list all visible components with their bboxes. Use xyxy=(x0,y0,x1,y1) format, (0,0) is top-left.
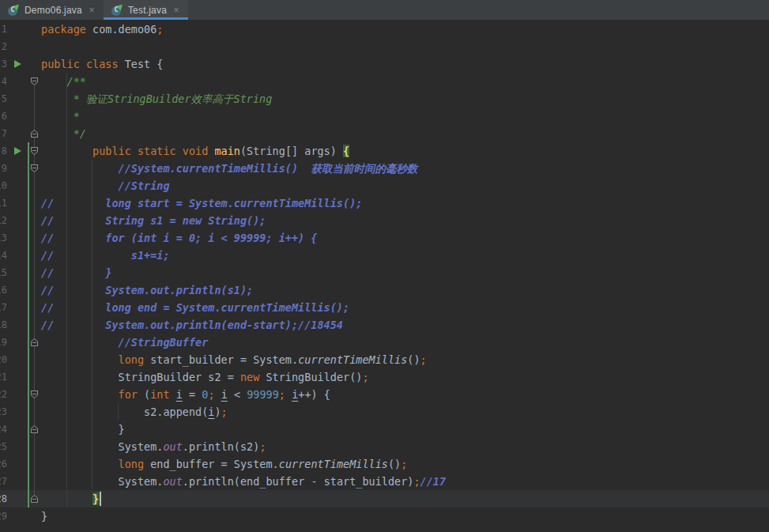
code-segment xyxy=(41,388,119,401)
gutter-line-number: 8 xyxy=(0,142,7,160)
gutter-line-number: 27 xyxy=(0,473,7,490)
code-segment: s2.append( xyxy=(41,406,208,418)
code-line[interactable]: 12// String s1 = new String(); xyxy=(0,212,769,229)
code-line[interactable]: 2 xyxy=(0,38,769,55)
code-line[interactable]: 19 //StringBuffer xyxy=(0,334,769,351)
code-segment: ; xyxy=(221,406,228,418)
code-line[interactable]: 25 System.out.println(s2); xyxy=(0,438,769,455)
gutter-line-number: 4 xyxy=(0,73,7,90)
code-segment: ) xyxy=(214,406,221,418)
code-segment: main xyxy=(214,145,240,157)
code-line[interactable]: 20 long start_builder = System.currentTi… xyxy=(0,351,769,368)
code-segment: .println(s2) xyxy=(183,440,260,453)
code-line[interactable]: 21 StringBuilder s2 = new StringBuilder(… xyxy=(0,368,769,386)
code-line[interactable]: 6 * xyxy=(0,108,769,125)
gutter-line-number: 28 xyxy=(0,490,7,507)
gutter-line-number: 21 xyxy=(0,368,7,386)
code-line[interactable]: 16// System.out.println(s1); xyxy=(0,281,769,299)
code-segment: public static void xyxy=(92,145,214,157)
code-segment: currentTimeMillis xyxy=(298,353,407,366)
code-line[interactable]: 3public class Test { xyxy=(0,55,769,73)
fold-collapse-start-icon[interactable] xyxy=(31,391,38,398)
code-segment: for xyxy=(119,388,145,401)
code-segment: ; xyxy=(208,388,214,401)
editor: 1package com.demo06;23public class Test … xyxy=(0,20,769,532)
text-caret xyxy=(100,492,101,506)
run-icon[interactable] xyxy=(14,60,21,68)
code-segment: = xyxy=(183,388,202,401)
code-line[interactable]: 8 public static void main(String[] args)… xyxy=(0,142,769,160)
code-segment: ++) { xyxy=(298,388,330,401)
gutter-line-number: 6 xyxy=(0,108,7,125)
code-segment: < xyxy=(228,388,247,401)
java-class-icon: C xyxy=(7,4,20,17)
code-line[interactable]: 4 /** xyxy=(0,73,769,90)
tab-test[interactable]: C Test.java × xyxy=(104,0,188,20)
code-segment xyxy=(285,388,292,401)
code-segment: //System.currentTimeMillis() 获取当前时间的毫秒数 xyxy=(119,162,418,175)
code-line[interactable]: 15// } xyxy=(0,264,769,281)
code-line[interactable]: 5 * 验证StringBuilder效率高于String xyxy=(0,90,769,108)
code-segment: () xyxy=(388,458,401,470)
code-segment: //StringBuffer xyxy=(119,336,209,349)
code-line[interactable]: 29} xyxy=(0,507,769,525)
code-segment: 99999 xyxy=(247,388,279,401)
code-line[interactable]: 28 } xyxy=(0,490,769,507)
code-line[interactable]: 23 s2.append(i); xyxy=(0,403,769,421)
run-icon[interactable] xyxy=(14,147,21,155)
code-segment xyxy=(215,388,221,401)
code-segment xyxy=(41,145,92,157)
fold-collapse-start-icon[interactable] xyxy=(31,77,38,85)
code-segment: ; xyxy=(156,23,163,36)
fold-collapse-start-icon[interactable] xyxy=(31,147,38,155)
tab-close-icon[interactable]: × xyxy=(87,6,96,15)
code-line[interactable]: 10 //String xyxy=(0,177,769,194)
code-line[interactable]: 17// long end = System.currentTimeMillis… xyxy=(0,299,769,316)
fold-collapse-end-icon[interactable] xyxy=(31,130,38,138)
gutter-line-number: 1 xyxy=(0,21,7,38)
code-line[interactable]: 11// long start = System.currentTimeMill… xyxy=(0,194,769,212)
code-segment: // System.out.println(s1); xyxy=(41,284,253,296)
java-class-icon: C xyxy=(111,4,123,17)
fold-collapse-end-icon[interactable] xyxy=(31,425,38,433)
code-line[interactable]: 18// System.out.println(end-start);//184… xyxy=(0,316,769,334)
fold-collapse-start-icon[interactable] xyxy=(31,164,38,172)
code-segment xyxy=(41,336,119,349)
code-line[interactable]: 26 long end_buffer = System.currentTimeM… xyxy=(0,455,769,473)
code-line[interactable]: 13// for (int i = 0; i < 99999; i++) { xyxy=(0,229,769,247)
code-line[interactable]: 22 for (int i = 0; i < 99999; i++) { xyxy=(0,386,769,403)
code-line[interactable]: 14// s1+=i; xyxy=(0,247,769,264)
code-segment: * xyxy=(41,110,80,123)
gutter-line-number: 14 xyxy=(0,247,7,264)
gutter-line-number: 23 xyxy=(0,403,7,421)
gutter-line-number: 7 xyxy=(0,125,7,142)
code-segment: out xyxy=(163,475,182,488)
tab-bar: C Demo06.java × C Test.java × xyxy=(0,0,769,20)
gutter-line-number: 22 xyxy=(0,386,7,403)
code-segment: public class xyxy=(41,58,125,70)
code-segment: out xyxy=(163,440,182,453)
code-segment: end_buffer = System. xyxy=(150,458,279,470)
tab-demo06[interactable]: C Demo06.java × xyxy=(0,0,104,20)
code-line[interactable]: 1package com.demo06; xyxy=(0,21,769,38)
code-segment: ; xyxy=(259,440,266,453)
gutter-line-number: 17 xyxy=(0,299,7,316)
code-line[interactable]: 9 //System.currentTimeMillis() 获取当前时间的毫秒… xyxy=(0,160,769,177)
gutter-line-number: 26 xyxy=(0,455,7,473)
code-segment: i xyxy=(176,388,183,401)
code-segment: long xyxy=(119,353,151,366)
fold-collapse-end-icon[interactable] xyxy=(31,338,38,346)
code-line[interactable]: 27 System.out.println(end_buffer - start… xyxy=(0,473,769,490)
code-segment: () xyxy=(407,353,420,366)
code-segment: // long start = System.currentTimeMillis… xyxy=(41,197,362,209)
code-segment xyxy=(41,353,119,366)
gutter-line-number: 24 xyxy=(0,421,7,438)
code-line[interactable]: 7 */ xyxy=(0,125,769,142)
code-segment: Test { xyxy=(125,58,164,70)
fold-collapse-end-icon[interactable] xyxy=(31,495,38,503)
tab-close-icon[interactable]: × xyxy=(172,6,181,15)
code-segment: ( xyxy=(144,388,150,401)
code-segment: { xyxy=(343,145,349,157)
gutter-line-number: 20 xyxy=(0,351,7,368)
code-line[interactable]: 24 } xyxy=(0,421,769,438)
